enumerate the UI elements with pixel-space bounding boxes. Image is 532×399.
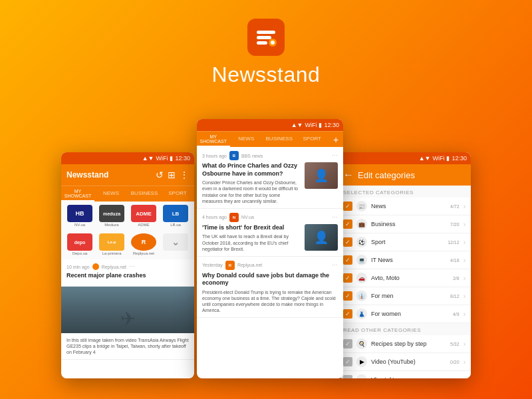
cat-name-sport: Sport (371, 239, 444, 245)
screenshots-container: ▲▼ WiFi ▮ 12:30 Newsstand ↺ ⊞ ⋮ MY SHOWC… (7, 99, 525, 378)
cat-count-formen: 8/12 (450, 294, 460, 299)
article-brexit: 4 hours ago N NV.ua ⋯ 'Time is short' fo… (197, 209, 343, 257)
business-icon: 💼 (356, 219, 367, 229)
svg-rect-0 (257, 31, 275, 34)
tab-news-left[interactable]: NEWS (94, 186, 128, 201)
check-itnews: ✓ (343, 255, 352, 265)
selected-categories-label: Selected categories (338, 186, 471, 198)
signal-icon-right: ▲▼ (419, 155, 431, 162)
article1-time: 3 hours ago (202, 154, 227, 158)
category-avtomoto[interactable]: ✓ 🚗 Avto, Moto 2/8 › (338, 269, 471, 287)
source-item-medusa[interactable]: meduza Meduza (98, 205, 125, 227)
cat-arrow-news: › (464, 203, 466, 210)
selected-categories-list: ✓ 📰 News 4/72 › ✓ 💼 Business 7/20 › ✓ ⚽ … (338, 198, 471, 323)
cat-count-business: 7/20 (450, 222, 460, 227)
cat-name-formen: For men (371, 293, 446, 299)
more-icon-news[interactable]: ⋯ (129, 263, 135, 270)
tab-my-showcast-center[interactable]: MY SHOWCAST (197, 132, 230, 147)
nav-tabs-center: MY SHOWCAST NEWS BUSINESS SPORT + (197, 131, 343, 147)
article3-body: President-elect Donald Trump is trying t… (202, 289, 338, 313)
cat-name-news: News (371, 203, 446, 209)
more-icon-article2[interactable]: ⋯ (332, 214, 338, 221)
add-tab-button[interactable]: + (329, 134, 343, 145)
category-recipes[interactable]: ✓ 🍳 Recipes step by step 5/32 › (338, 335, 471, 353)
back-button[interactable]: ← (343, 169, 354, 181)
article2-body: The UK will have to reach a Brexit deal … (202, 233, 301, 251)
source-item-lb[interactable]: LB LB.ua (162, 205, 189, 227)
source-dot (92, 263, 99, 270)
itnews-icon: 💻 (356, 255, 367, 265)
source-item-replyua[interactable]: R Replyua.net (130, 233, 157, 255)
cat-name-forwomen: For women (371, 311, 449, 317)
article1-body: Consider Prince Charles and Ozzy Osbourn… (202, 180, 301, 203)
source-grid-row1: HB NV.ua meduza Meduza ADME ADME LB LB.u… (61, 201, 194, 230)
more-icon-article3[interactable]: ⋯ (332, 262, 338, 269)
source-item-more[interactable]: ⌄ (162, 233, 189, 255)
wifi-icon: WiFi (156, 155, 168, 162)
tab-sport-left[interactable]: SPORT (161, 186, 194, 201)
status-bar-left: ▲▼ WiFi ▮ 12:30 (61, 152, 194, 164)
cat-name-video: Video (YouTube) (371, 358, 446, 365)
app-icon (247, 19, 285, 56)
wifi-icon-right: WiFi (432, 155, 444, 162)
check-avtomoto: ✓ (343, 273, 352, 283)
category-itnews[interactable]: ✓ 💻 IT News 4/18 › (338, 251, 471, 269)
article3-source: Replyua.net (237, 263, 262, 267)
nav-tabs-left: MY SHOWCAST NEWS BUSINESS SPORT (61, 186, 194, 201)
source-item-adme[interactable]: ADME ADME (130, 205, 157, 227)
tab-news-center[interactable]: NEWS (230, 132, 263, 147)
article1-headline: What do Prince Charles and Ozzy Osbourne… (202, 162, 301, 178)
category-formen[interactable]: ✓ 👔 For men 8/12 › (338, 287, 471, 305)
source-grid-row2: depo Depo.ua La-p La-primera R Replyua.n… (61, 230, 194, 259)
battery-icon: ▮ (170, 155, 173, 162)
category-vk[interactable]: ✓ VK Vkontakte › (338, 371, 471, 378)
recipes-icon: 🍳 (356, 338, 367, 349)
edit-categories-title: Edit categories (358, 170, 415, 180)
category-business[interactable]: ✓ 💼 Business 7/20 › (338, 215, 471, 233)
source-item-hb[interactable]: HB NV.ua (66, 205, 93, 227)
cat-name-business: Business (371, 221, 446, 227)
source-item-depo[interactable]: depo Depo.ua (66, 233, 93, 255)
more-icon-left[interactable]: ⋮ (180, 170, 189, 180)
cat-arrow-avtomoto: › (464, 275, 466, 282)
cat-name-avtomoto: Avto, Moto (371, 275, 449, 281)
cat-arrow-business: › (464, 221, 466, 228)
status-bar-right: ▲▼ WiFi ▮ 12:30 (338, 152, 471, 164)
signal-icon-center: ▲▼ (291, 122, 303, 128)
category-forwomen[interactable]: ✓ 👗 For women 4/9 › (338, 305, 471, 323)
article3-time: Yesterday (202, 263, 223, 267)
more-icon-article1[interactable]: ⋯ (332, 152, 338, 159)
app-header: Newsstand (212, 0, 321, 87)
news-item-crashes: 10 min ago Replyua.net ⋯ Recent major pl… (61, 259, 194, 287)
article-charles: 3 hours ago B BBS news ⋯ What do Prince … (197, 147, 343, 209)
category-video[interactable]: ✓ ▶ Video (YouTube) 0/20 › (338, 353, 471, 371)
news-headline-left: Recent major plane crashes (66, 272, 189, 280)
check-business: ✓ (343, 219, 352, 229)
cat-count-recipes: 5/32 (450, 342, 460, 346)
news-body-text-left: In this still image taken from video Tra… (66, 337, 189, 355)
cat-count-forwomen: 4/9 (453, 312, 460, 317)
time-left: 12:30 (175, 155, 190, 162)
cat-count-avtomoto: 2/8 (453, 276, 460, 281)
wifi-icon-center: WiFi (305, 122, 317, 128)
article2-time: 4 hours ago (202, 215, 227, 219)
category-sport[interactable]: ✓ ⚽ Sport 12/12 › (338, 233, 471, 251)
article1-row: What do Prince Charles and Ozzy Osbourne… (202, 162, 338, 204)
cat-count-itnews: 4/18 (450, 258, 460, 263)
crash-image: ✈ (61, 287, 194, 333)
nv-avatar: N (229, 213, 239, 222)
article1-thumb: 👤 (305, 162, 338, 189)
category-news[interactable]: ✓ 📰 News 4/72 › (338, 198, 471, 215)
article2-source: NV.ua (241, 215, 254, 219)
tab-sport-center[interactable]: SPORT (296, 132, 329, 147)
source-item-laprimera[interactable]: La-p La-primera (98, 233, 125, 255)
cat-count-video: 0/20 (450, 360, 460, 364)
cat-arrow-itnews: › (464, 257, 466, 264)
tab-business-left[interactable]: BUSINESS (128, 186, 161, 201)
grid-icon[interactable]: ⊞ (168, 170, 176, 180)
other-categories-label: Read other categories (338, 323, 471, 335)
tab-my-showcast-left[interactable]: MY SHOWCAST (61, 186, 94, 201)
phone-right: ▲▼ WiFi ▮ 12:30 ← Edit categories Select… (338, 152, 471, 378)
tab-business-center[interactable]: BUSINESS (263, 132, 296, 147)
refresh-icon[interactable]: ↺ (156, 170, 164, 180)
